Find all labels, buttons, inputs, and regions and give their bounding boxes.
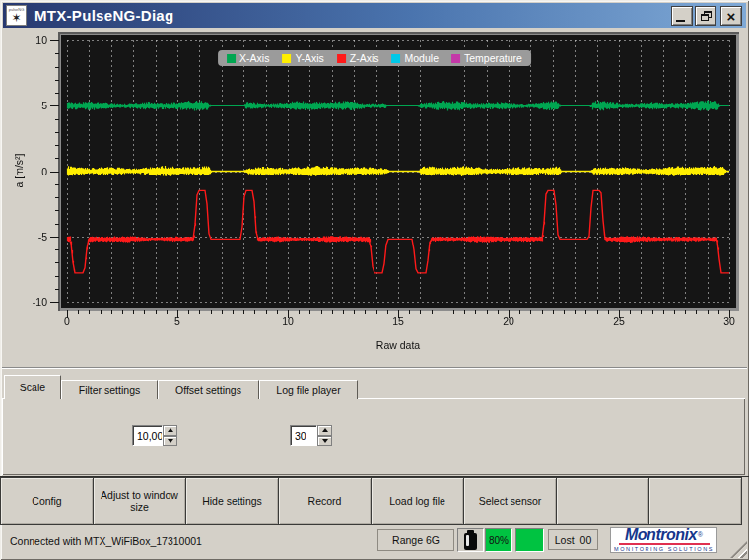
- window-controls: ×: [669, 6, 742, 26]
- resize-grip[interactable]: [730, 541, 747, 558]
- tab-log-file-player[interactable]: Log file player: [259, 380, 358, 399]
- y-tick-label: 10: [2, 35, 47, 46]
- x-axis-color-chip: [227, 54, 236, 63]
- scaling-x-spin-buttons: [317, 425, 332, 446]
- app-window: pulseNG✶ MTX-PulseNG-Diag × X-AxisY-Axis…: [0, 0, 749, 560]
- montronix-brand: Montronix: [625, 528, 697, 542]
- legend-label: Temperature: [464, 52, 522, 64]
- scaling-y-up-button[interactable]: [163, 425, 177, 436]
- tab-offset-settings[interactable]: Offset settings: [158, 380, 259, 399]
- arrow-down-icon: [168, 439, 173, 443]
- action-button-row: ConfigAdjust to window sizeHide settings…: [0, 476, 749, 525]
- x-tick-label: 20: [493, 315, 524, 327]
- y-axis-color-chip: [282, 54, 291, 63]
- config-button[interactable]: Config: [0, 477, 94, 525]
- close-button[interactable]: ×: [720, 6, 742, 26]
- app-icon: pulseNG✶: [6, 5, 27, 26]
- status-bar: Connected with MTX_WiFiBox_17310001 Rang…: [0, 525, 749, 560]
- chart-region: X-AxisY-AxisZ-AxisModuleTemperature a [m…: [0, 28, 749, 368]
- tab-filter-settings[interactable]: Filter settings: [61, 380, 158, 399]
- window-title: MTX-PulseNG-Diag: [34, 7, 173, 24]
- connection-status: Connected with MTX_WiFiBox_17310001: [10, 535, 202, 547]
- hide-settings-button[interactable]: Hide settings: [185, 477, 279, 525]
- lost-packets-panel: Lost 00: [548, 529, 598, 550]
- scaling-x-down-button[interactable]: [317, 436, 332, 447]
- legend-item-temperature: Temperature: [451, 52, 522, 64]
- tab-page-scale: [2, 398, 745, 475]
- minimize-button[interactable]: [671, 6, 693, 26]
- battery-icon: [464, 533, 477, 550]
- legend-label: X-Axis: [239, 52, 269, 64]
- spark-icon: ✶: [11, 12, 21, 24]
- scaling-y-input[interactable]: [132, 425, 163, 446]
- range-indicator[interactable]: Range 6G: [377, 529, 454, 551]
- registered-mark: ®: [698, 528, 703, 542]
- y-tick-label: -10: [2, 296, 47, 308]
- y-tick-label: 5: [2, 100, 47, 111]
- scaling-y-spinner: [132, 425, 177, 446]
- lost-label: Lost: [555, 534, 575, 546]
- battery-panel: [457, 528, 484, 552]
- x-tick-label: 30: [714, 315, 745, 327]
- restore-icon: [701, 11, 712, 21]
- legend-label: Y-Axis: [295, 52, 323, 64]
- legend-item-module: Module: [392, 52, 439, 64]
- load-log-file-button[interactable]: Load log file: [371, 477, 464, 525]
- x-tick-label: 10: [272, 315, 304, 327]
- connection-ok-indicator: [515, 528, 544, 552]
- scaling-x-input[interactable]: [290, 425, 317, 446]
- scaling-y-spin-buttons: [163, 425, 177, 446]
- lost-value: 00: [580, 534, 592, 546]
- arrow-down-icon: [322, 439, 328, 443]
- z-axis-color-chip: [337, 54, 346, 63]
- adjust-to-window-size-button[interactable]: Adjust to window size: [93, 477, 186, 525]
- x-axis-label: Raw data: [250, 339, 546, 351]
- legend-label: Z-Axis: [350, 52, 379, 64]
- logo-tagline: MONITORING SOLUTIONS: [614, 546, 714, 552]
- empty-button-7[interactable]: [556, 477, 649, 525]
- logo-underline: [619, 543, 710, 545]
- close-icon: ×: [727, 9, 736, 24]
- scaling-y-down-button[interactable]: [163, 436, 177, 447]
- tab-scale[interactable]: Scale: [4, 375, 61, 399]
- legend-label: Module: [405, 52, 439, 64]
- legend-item-x-axis: X-Axis: [227, 52, 269, 64]
- x-tick-label: 15: [382, 315, 414, 327]
- battery-percentage: 80%: [485, 528, 512, 552]
- temperature-color-chip: [451, 54, 460, 63]
- arrow-up-icon: [168, 428, 173, 432]
- y-tick-label: -5: [2, 231, 47, 243]
- restore-button[interactable]: [695, 6, 716, 26]
- separator-line: [2, 367, 747, 368]
- oscilloscope-plot: [0, 28, 749, 368]
- legend-item-y-axis: Y-Axis: [282, 52, 323, 64]
- x-tick-label: 0: [51, 315, 83, 327]
- scaling-x-spinner: [290, 425, 332, 446]
- tab-bar: ScaleFilter settingsOffset settingsLog f…: [4, 375, 358, 399]
- y-tick-label: 0: [2, 166, 47, 177]
- x-tick-label: 25: [603, 315, 635, 327]
- title-bar[interactable]: pulseNG✶ MTX-PulseNG-Diag ×: [3, 3, 746, 28]
- chart-legend: X-AxisY-AxisZ-AxisModuleTemperature: [218, 50, 531, 66]
- record-button[interactable]: Record: [278, 477, 372, 525]
- montronix-logo: Montronix ® MONITORING SOLUTIONS: [610, 527, 717, 553]
- scaling-x-up-button[interactable]: [317, 425, 332, 436]
- select-sensor-button[interactable]: Select sensor: [463, 477, 557, 525]
- x-tick-label: 5: [162, 315, 193, 327]
- legend-item-z-axis: Z-Axis: [337, 52, 379, 64]
- arrow-up-icon: [322, 428, 328, 432]
- minimize-icon: [676, 20, 685, 22]
- empty-button-8[interactable]: [648, 477, 742, 525]
- module-color-chip: [392, 54, 401, 63]
